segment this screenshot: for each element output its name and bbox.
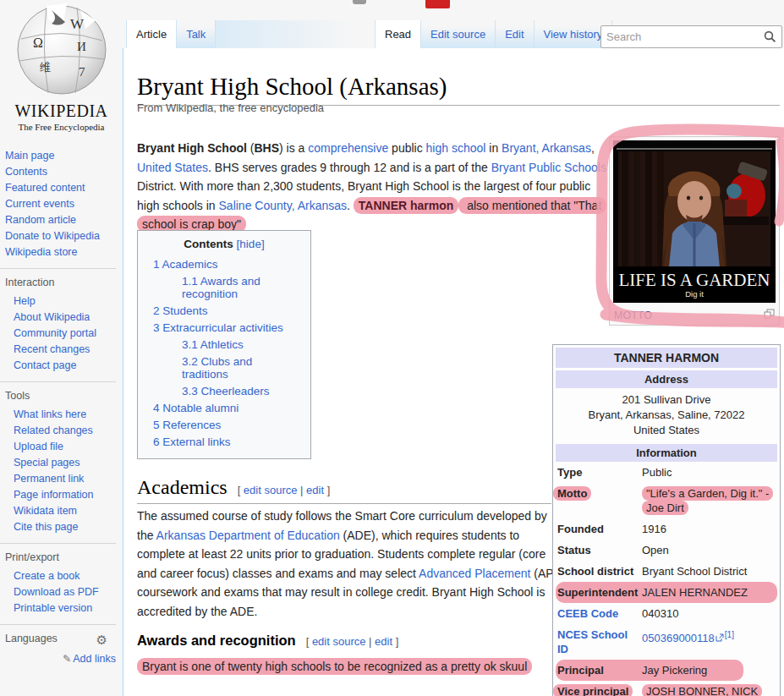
infobox-label: Vice principal bbox=[557, 684, 642, 696]
expand-icon[interactable] bbox=[764, 309, 775, 321]
sidebar-item-random-article[interactable]: Random article bbox=[5, 211, 123, 227]
sidebar-item-help[interactable]: Help bbox=[5, 293, 116, 309]
infobox-value: JALEN HERNANDEZ bbox=[642, 585, 776, 600]
toc-link[interactable]: 3.2 Clubs and traditions bbox=[182, 355, 252, 381]
address-line: United States bbox=[556, 423, 777, 438]
text-segment: Bryant is one of twenty high schools to … bbox=[137, 658, 532, 675]
sidebar-item-donate-to-wikipedia[interactable]: Donate to Wikipedia bbox=[5, 227, 123, 244]
sidebar-item-contact-page[interactable]: Contact page bbox=[5, 357, 116, 373]
motto-thumbnail[interactable]: LIFE IS A GARDEN Dig it MOTTO bbox=[609, 136, 780, 326]
infobox-label: Principal bbox=[557, 663, 642, 677]
sidebar-item-featured-content[interactable]: Featured content bbox=[5, 179, 123, 195]
svg-text:Ω: Ω bbox=[33, 36, 43, 50]
toc-link[interactable]: 3 Extracurricular activities bbox=[153, 321, 283, 334]
wiki-link[interactable]: United States bbox=[137, 161, 208, 174]
edit-link-edit[interactable]: edit bbox=[306, 484, 324, 496]
toc-item-3: 3 Extracurricular activities bbox=[148, 319, 300, 336]
sidebar-heading: Tools bbox=[5, 390, 116, 402]
add-links-button[interactable]: ✎Add links bbox=[5, 650, 116, 666]
toc-link[interactable]: 3.1 Athletics bbox=[182, 338, 244, 351]
sidebar-item-create-a-book[interactable]: Create a book bbox=[5, 567, 116, 584]
toc-item-1.1: 1.1 Awards and recognition bbox=[148, 272, 300, 302]
intro-paragraph: Bryant High School (BHS) is a comprehens… bbox=[137, 139, 607, 234]
sidebar-item-cite-this-page[interactable]: Cite this page bbox=[5, 518, 116, 534]
sidebar-item-wikidata-item[interactable]: Wikidata item bbox=[5, 502, 116, 518]
heading-awards: Awards and recognition[ edit source | ed… bbox=[137, 633, 398, 649]
tab-edit-source[interactable]: Edit source bbox=[421, 20, 496, 48]
toc-hide-link[interactable]: [hide] bbox=[237, 238, 265, 250]
toc-link[interactable]: 5 References bbox=[153, 419, 221, 431]
wiki-link[interactable]: high school bbox=[426, 141, 486, 155]
highlighted-value: "Life's a Garden, Dig it." - Joe Dirt bbox=[642, 486, 773, 515]
wiki-link[interactable]: Advanced Placement bbox=[419, 567, 530, 580]
sidebar-item-permanent-link[interactable]: Permanent link bbox=[5, 470, 116, 486]
text-segment: . bbox=[347, 199, 354, 212]
toc-item-6: 6 External links bbox=[148, 433, 300, 450]
wiki-link[interactable]: Bryant, Arkansas bbox=[502, 141, 591, 155]
infobox-label[interactable]: NCES School ID bbox=[557, 627, 642, 656]
text-segment: , bbox=[591, 141, 595, 155]
academics-paragraph: The assumed course of study follows the … bbox=[137, 507, 558, 621]
wikipedia-tagline: The Free Encyclopedia bbox=[12, 122, 112, 132]
toc-link[interactable]: 1.1 Awards and recognition bbox=[182, 275, 260, 300]
toc-item-5: 5 References bbox=[148, 416, 300, 433]
toc-link[interactable]: 2 Students bbox=[153, 304, 208, 317]
sidebar-item-wikipedia-store[interactable]: Wikipedia store bbox=[5, 244, 123, 260]
notification-badge[interactable] bbox=[425, 0, 450, 8]
tab-article[interactable]: Article bbox=[126, 20, 177, 48]
infobox-row-vice-principal: Vice principalJOSH BONNER, NICK SMITH, C… bbox=[556, 681, 777, 696]
sidebar-item-special-pages[interactable]: Special pages bbox=[5, 454, 116, 470]
edit-link-edit-source[interactable]: edit source bbox=[244, 484, 298, 496]
sidebar-item-page-information[interactable]: Page information bbox=[5, 486, 116, 502]
infobox-label: Founded bbox=[557, 522, 642, 536]
infobox-value: Public bbox=[642, 465, 776, 480]
tab-edit[interactable]: Edit bbox=[496, 20, 534, 48]
sidebar-item-contents[interactable]: Contents bbox=[5, 163, 123, 179]
sidebar-item-printable-version[interactable]: Printable version bbox=[5, 600, 116, 616]
wikipedia-logo[interactable]: W Ω И 维 7 WIKIPEDIA The Free Encyclopedi… bbox=[12, 3, 112, 132]
sidebar-item-main-page[interactable]: Main page bbox=[5, 147, 123, 163]
edit-link-edit-source[interactable]: edit source bbox=[312, 635, 366, 648]
svg-text:7: 7 bbox=[79, 65, 85, 79]
infobox-label[interactable]: CEEB Code bbox=[557, 606, 642, 621]
tab-talk[interactable]: Talk bbox=[177, 20, 216, 48]
infobox-label: Status bbox=[557, 543, 642, 557]
address-line: 201 Sullivan Drive bbox=[556, 392, 777, 408]
search-icon[interactable] bbox=[764, 30, 776, 43]
sidebar-group: Languages⚙✎Add links bbox=[0, 624, 116, 671]
text-segment: BHS bbox=[254, 141, 279, 155]
toc-item-3.3: 3.3 Cheerleaders bbox=[148, 382, 300, 399]
meme-title-text: LIFE IS A GARDEN bbox=[618, 270, 770, 290]
edit-link-edit[interactable]: edit bbox=[375, 635, 392, 648]
external-link-icon bbox=[715, 632, 724, 644]
sidebar-item-current-events[interactable]: Current events bbox=[5, 195, 123, 211]
toc-link[interactable]: 4 Notable alumni bbox=[153, 402, 238, 414]
sidebar-item-about-wikipedia[interactable]: About Wikipedia bbox=[5, 309, 116, 325]
toc-item-3.2: 3.2 Clubs and traditions bbox=[148, 353, 300, 382]
bracket: [ bbox=[306, 635, 312, 648]
wiki-link[interactable]: Saline County, Arkansas bbox=[219, 199, 348, 212]
infobox-row-founded: Founded1916 bbox=[556, 518, 777, 540]
svg-text:维: 维 bbox=[40, 61, 51, 74]
wiki-link[interactable]: Arkansas Department of Education bbox=[156, 529, 340, 542]
sidebar-item-upload-file[interactable]: Upload file bbox=[5, 438, 116, 454]
sidebar-item-recent-changes[interactable]: Recent changes bbox=[5, 341, 116, 357]
sidebar-item-related-changes[interactable]: Related changes bbox=[5, 422, 116, 438]
search-input[interactable] bbox=[601, 30, 764, 43]
toc-link[interactable]: 1 Academics bbox=[153, 258, 218, 271]
namespace-tabs: ArticleTalk bbox=[126, 20, 355, 48]
toc-link[interactable]: 6 External links bbox=[153, 436, 231, 448]
sidebar-item-community-portal[interactable]: Community portal bbox=[5, 325, 116, 341]
tab-read[interactable]: Read bbox=[375, 20, 421, 48]
wiki-link[interactable]: Bryant Public Schools bbox=[491, 161, 606, 174]
reference-link[interactable]: [1] bbox=[725, 630, 734, 639]
sidebar-heading: Interaction bbox=[5, 277, 116, 288]
sidebar-item-what-links-here[interactable]: What links here bbox=[5, 406, 116, 422]
toc-link[interactable]: 3.3 Cheerleaders bbox=[182, 385, 270, 397]
heading-academics: Academics[ edit source | edit ] bbox=[137, 476, 551, 504]
gear-icon[interactable]: ⚙ bbox=[96, 633, 107, 648]
sidebar-item-download-as-pdf[interactable]: Download as PDF bbox=[5, 584, 116, 600]
wiki-link[interactable]: comprehensive bbox=[308, 141, 388, 155]
svg-text:И: И bbox=[77, 40, 86, 53]
infobox-value-link[interactable]: 050369000118 bbox=[642, 632, 715, 644]
